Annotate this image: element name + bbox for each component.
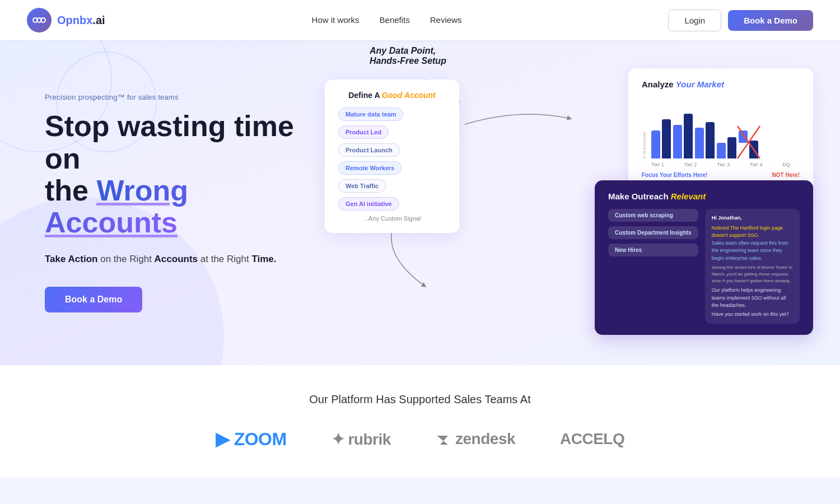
logo[interactable]: Opnbx.ai bbox=[27, 8, 105, 32]
brands-section: Our Platform Has Supported Sales Teams A… bbox=[0, 365, 840, 478]
define-tags-row3: Web Traffic Gen AI initiative bbox=[338, 179, 446, 211]
tag-web-traffic: Web Traffic bbox=[338, 179, 386, 193]
book-demo-nav-button[interactable]: Book a Demo bbox=[728, 10, 813, 31]
nav-reviews[interactable]: Reviews bbox=[430, 15, 462, 25]
bar-blue-t3 bbox=[695, 128, 704, 158]
brands-logos-row: ▶ ZOOM ✦ rubrik zendesk ACCELQ bbox=[27, 428, 813, 450]
hero-title-line1: Stop wasting time on bbox=[45, 110, 294, 174]
chart-bar-tier1 bbox=[651, 119, 671, 158]
outreach-columns: Custom web scraping Custom Department In… bbox=[608, 209, 800, 324]
focus-here-label: Focus Your Efforts Here! bbox=[642, 172, 707, 178]
outreach-email-preview: Hi Jonathan, Noticed The Hartford login … bbox=[705, 209, 800, 324]
outreach-card-title: Make Outreach Relevant bbox=[608, 192, 800, 201]
bar-dark-t2 bbox=[684, 114, 693, 158]
login-button[interactable]: Login bbox=[668, 10, 721, 31]
bar-blue-t1 bbox=[651, 130, 660, 158]
email-line3: Seeing the recent hire of Morris Tooler … bbox=[712, 264, 793, 284]
email-line4: Our platform helps engineering teams imp… bbox=[712, 287, 793, 310]
bar-blue-t2 bbox=[673, 125, 682, 158]
any-data-line2: Hands-Free Setup bbox=[370, 56, 446, 66]
nav-links: How it works Benefits Reviews bbox=[312, 15, 462, 25]
outreach-tags: Custom web scraping Custom Department In… bbox=[608, 209, 698, 324]
logo-icon bbox=[27, 8, 52, 32]
svg-marker-5 bbox=[437, 436, 448, 445]
outreach-tag-dept-insights: Custom Department Insights bbox=[608, 226, 698, 239]
hero-title-line2: the Wrong Accounts bbox=[45, 174, 188, 239]
chart-footer: Focus Your Efforts Here! NOT Here! bbox=[642, 172, 800, 178]
define-card: Define A Good Account Mature data team P… bbox=[325, 80, 459, 233]
nav-how-it-works[interactable]: How it works bbox=[312, 15, 360, 25]
brand-zendesk: zendesk bbox=[436, 430, 515, 448]
hero-section: Precision prospecting™ for sales teams S… bbox=[0, 40, 840, 365]
email-line2: Sales team often request this from the e… bbox=[712, 240, 793, 263]
hero-tagline: Precision prospecting™ for sales teams bbox=[45, 93, 325, 101]
not-here-label: NOT Here! bbox=[772, 172, 800, 178]
book-demo-hero-button[interactable]: Book a Demo bbox=[45, 287, 142, 312]
bar-dark-t4 bbox=[727, 137, 736, 158]
chart-labels: Tier 1 Tier 2 Tier 3 Tier 4 DQ bbox=[642, 162, 800, 167]
outreach-card: Make Outreach Relevant Custom web scrapi… bbox=[595, 180, 813, 335]
tag-remote-workers: Remote Workers bbox=[338, 161, 402, 175]
bar-dark-t3 bbox=[706, 122, 715, 158]
chart-bar-tier3 bbox=[695, 122, 715, 158]
chart-bar-dq bbox=[739, 130, 758, 158]
logo-text: Opnbx.ai bbox=[57, 14, 105, 27]
outreach-tag-web-scraping: Custom web scraping bbox=[608, 209, 698, 222]
any-data-point-text: Any Data Point, Hands-Free Setup bbox=[370, 46, 446, 66]
analyze-card: Analyze Your Market # of Accounts bbox=[628, 68, 813, 189]
analyze-card-title: Analyze Your Market bbox=[642, 80, 800, 89]
nav-actions: Login Book a Demo bbox=[668, 10, 813, 31]
chart-bar-tier2 bbox=[673, 114, 693, 158]
brand-zoom: ▶ ZOOM bbox=[216, 428, 287, 450]
navbar: Opnbx.ai How it works Benefits Reviews L… bbox=[0, 0, 840, 40]
define-tags-row1: Mature data team Product Led bbox=[338, 108, 446, 139]
nav-benefits[interactable]: Benefits bbox=[380, 15, 410, 25]
brand-rubrik: ✦ rubrik bbox=[332, 430, 391, 449]
arrow-define-to-analyze bbox=[459, 102, 582, 136]
bar-blue-t4 bbox=[717, 143, 726, 158]
hero-subtitle-action: Take Action bbox=[45, 254, 97, 264]
hero-copy: Precision prospecting™ for sales teams S… bbox=[45, 93, 325, 312]
brand-accelq: ACCELQ bbox=[560, 430, 624, 448]
any-data-line1: Any Data Point, bbox=[370, 46, 446, 56]
hero-subtitle: Take Action on the Right Accounts at the… bbox=[45, 252, 325, 267]
hero-visuals: Any Data Point, Hands-Free Setup Define … bbox=[325, 68, 813, 337]
email-line5: Have you started work on this yet? bbox=[712, 311, 793, 319]
outreach-tag-new-hires: New Hires bbox=[608, 244, 698, 256]
define-card-title: Define A Good Account bbox=[338, 91, 446, 100]
email-greeting: Hi Jonathan, bbox=[712, 214, 793, 222]
custom-signal-text: ...Any Custom Signal bbox=[338, 215, 446, 222]
define-tags-row2: Product Launch Remote Workers bbox=[338, 143, 446, 175]
dq-x-overlay bbox=[736, 125, 761, 160]
tag-product-led: Product Led bbox=[338, 125, 389, 139]
chart-bar-tier4 bbox=[717, 137, 736, 158]
tag-gen-ai-initiative: Gen AI initiative bbox=[338, 197, 399, 211]
arrow-define-to-outreach bbox=[381, 225, 448, 292]
brands-title: Our Platform Has Supported Sales Teams A… bbox=[27, 393, 813, 406]
bar-dark-t1 bbox=[662, 119, 671, 158]
tag-mature-data-team: Mature data team bbox=[338, 108, 403, 121]
hero-title: Stop wasting time on the Wrong Accounts bbox=[45, 110, 325, 239]
email-line1: Noticed The Hartford login page doesn't … bbox=[712, 225, 793, 240]
zendesk-z-icon bbox=[436, 433, 449, 447]
tag-product-launch: Product Launch bbox=[338, 143, 400, 157]
